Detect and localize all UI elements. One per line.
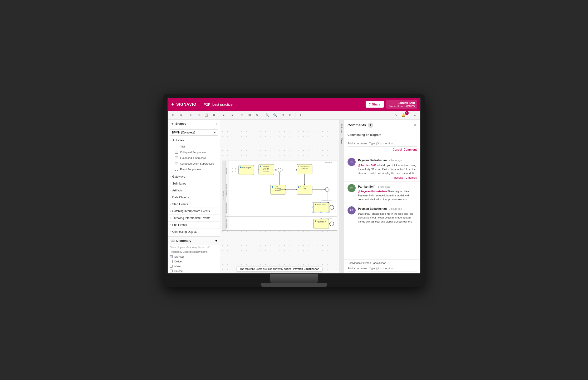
dictionary-header[interactable]: 📖 Dictionary ▾ <box>168 237 220 245</box>
toolbar-text-btn[interactable]: T <box>297 112 304 118</box>
comment-text-2: @Peyman Badakhshan That's a good idea Pe… <box>358 190 417 201</box>
toolbar-zoom-fit-btn[interactable]: ⊡ <box>279 112 286 118</box>
user-menu[interactable]: Parnian Seifi Product Leads (ONLY) <box>386 100 417 109</box>
toolbar-zoom-in-btn[interactable]: 🔍 <box>264 112 271 118</box>
toolbar-delete-btn[interactable]: 🗑 <box>210 112 217 118</box>
comment-resolve-row-1: Resolve 2 Replies <box>358 176 417 179</box>
shape-item-task[interactable]: Task <box>173 144 220 149</box>
toolbar-undo-btn[interactable]: ↩ <box>221 112 227 118</box>
dictionary-search[interactable]: Searching for dictionary items... ⊟ <box>168 245 220 250</box>
close-comments-button[interactable]: ✕ <box>414 123 417 127</box>
toolbar-expand-btn[interactable]: ▷ <box>393 112 399 118</box>
dictionary-subtitle: Frequently used dictionary items <box>168 250 220 254</box>
category-data-objects: › Data Objects <box>168 194 220 201</box>
bpmn-diagram-svg: ERP System Purchaser Purchaser Purchasin… <box>220 120 339 273</box>
make-checkbox[interactable] <box>170 265 173 268</box>
svg-text:Purchase: Purchase <box>264 168 269 169</box>
comments-list: PB Peyman Badakhshan 4 hours ago ⋮ @Parn <box>344 154 420 259</box>
post-comment-button[interactable]: Comment <box>404 148 417 151</box>
svg-text:Release: Release <box>276 186 280 188</box>
shape-item-collapsed-subprocess[interactable]: Collapsed Subprocess <box>173 149 220 155</box>
comment-item-3: PB Peyman Badakhshan 3 hours ago ⋮ thats… <box>344 204 420 226</box>
category-swimlanes-header[interactable]: › Swimlanes <box>168 180 220 187</box>
dictionary-icon: 📖 <box>171 239 175 243</box>
replying-to-label: Replying to Peyman Badakhshan <box>348 262 417 264</box>
share-icon: ⤴ <box>369 103 371 106</box>
commenter-name-3: Peyman Badakhshan <box>358 207 387 210</box>
category-throwing-intermediate-label: Throwing Intermediate Events <box>172 216 210 220</box>
bpmn-type-select[interactable]: BPMN (Complete) <box>170 130 218 136</box>
dict-item-sap-sd[interactable]: SAP SD <box>168 254 220 259</box>
deliver-checkbox[interactable] <box>170 260 173 263</box>
share-button[interactable]: ⤴ Share <box>366 101 384 108</box>
svg-rect-77 <box>329 212 330 212</box>
comment-text-3: thats great, please keep me in the loop … <box>358 212 417 224</box>
category-data-objects-header[interactable]: › Data Objects <box>168 194 220 201</box>
svg-text:×: × <box>279 169 280 171</box>
comment-input-field[interactable] <box>348 141 417 147</box>
avatar-pb-3: PB <box>348 206 356 214</box>
resolve-button-1[interactable]: Resolve <box>394 176 403 179</box>
category-activities-header[interactable]: ▾ Activities <box>168 137 220 144</box>
dict-item-deliver[interactable]: Deliver <box>168 259 220 264</box>
toolbar-redo-btn[interactable]: ↪ <box>228 112 235 118</box>
category-start-events-label: Start Events <box>172 203 188 206</box>
shape-item-event-subprocess[interactable]: Event Subprocess <box>173 167 220 172</box>
source-checkbox[interactable] <box>170 269 173 272</box>
chevron-right-icon-6: › <box>170 210 171 212</box>
svg-text:Check My: Check My <box>263 166 269 167</box>
category-connecting-objects-header[interactable]: › Connecting Objects <box>168 228 220 235</box>
category-start-events: › Start Events <box>168 201 220 208</box>
category-artifacts-header[interactable]: › Artifacts <box>168 187 220 194</box>
shape-item-expanded-subprocess[interactable]: Expanded subprocess <box>173 155 220 161</box>
replies-button-1[interactable]: 2 Replies <box>406 176 417 179</box>
comment-meta-3: Peyman Badakhshan 3 hours ago ⋮ <box>358 206 417 211</box>
canvas-area[interactable]: ERP System Purchaser Purchaser Purchasin… <box>220 120 339 273</box>
category-connecting-objects-label: Connecting Objects <box>172 230 197 233</box>
dict-item-source[interactable]: Source <box>168 269 220 273</box>
commenter-name-1: Peyman Badakhshan <box>358 159 387 162</box>
toolbar-copy-btn[interactable]: ⎘ <box>195 112 202 118</box>
chevron-right-icon: › <box>170 175 171 178</box>
category-data-objects-label: Data Objects <box>172 196 189 199</box>
dict-item-make[interactable]: Make <box>168 264 220 269</box>
toolbar-select-btn[interactable]: ⊞ <box>170 112 176 118</box>
views-tab[interactable]: Views <box>339 136 343 147</box>
toolbar-print-btn[interactable]: 🖨 <box>177 112 184 118</box>
diagram-title: P2P_best practice <box>204 102 363 106</box>
toolbar-layout-btn[interactable]: ⊟ <box>239 112 245 118</box>
toolbar-align-btn[interactable]: ⊠ <box>254 112 260 118</box>
comment-more-icon-1[interactable]: ⋮ <box>413 158 417 162</box>
svg-point-18 <box>232 168 236 172</box>
toolbar-zoom-out-btn[interactable]: 🔍 <box>272 112 278 118</box>
category-gateways-header[interactable]: › Gateways <box>168 173 220 180</box>
toolbar-grid-btn[interactable]: ⊞ <box>246 112 253 118</box>
category-start-events-header[interactable]: › Start Events <box>168 201 220 208</box>
svg-text:Warehouse Clerk: Warehouse Clerk <box>226 202 227 213</box>
toolbar-cut-btn[interactable]: ✂ <box>188 112 194 118</box>
monitor-stand <box>270 274 318 283</box>
svg-text:Receive Goods: Receive Goods <box>316 204 326 206</box>
top-bar: ✦ SIGNAVIO P2P_best practice ⤴ Share Par… <box>168 98 420 111</box>
comment-time-2: 3 hours ago <box>378 186 390 188</box>
category-throwing-intermediate-header[interactable]: › Throwing Intermediate Events <box>168 215 220 221</box>
main-layout: ＋ Shapes « BPMN (Complete) ▾ Activities <box>168 120 420 273</box>
toolbar-collapse-right-btn[interactable]: » <box>412 112 418 118</box>
shape-item-collapsed-event-subprocess[interactable]: Collapsed Event-Subprocess <box>173 161 220 167</box>
comment-more-icon-3[interactable]: ⋮ <box>413 206 417 211</box>
svg-rect-74 <box>313 202 314 203</box>
svg-rect-72 <box>321 202 322 203</box>
reply-input-field[interactable] <box>348 266 417 271</box>
category-catching-intermediate-header[interactable]: › Catching Intermediate Events <box>168 208 220 214</box>
svg-text:👤: 👤 <box>298 186 300 188</box>
panel-collapse-button[interactable]: « <box>215 122 217 126</box>
comment-more-icon-2[interactable]: ⋮ <box>413 184 417 189</box>
toolbar-paste-btn[interactable]: 📋 <box>203 112 210 118</box>
status-bar: The following users are also currently e… <box>237 266 322 271</box>
category-end-events-header[interactable]: › End Events <box>168 222 220 228</box>
toolbar-zoom-reset-btn[interactable]: ⊙ <box>287 112 294 118</box>
svg-text:Create Purchase: Create Purchase <box>300 166 310 167</box>
svg-text:AP Accountant: AP Accountant <box>323 217 332 219</box>
cancel-comment-button[interactable]: Cancel <box>393 148 401 151</box>
attributes-tab[interactable]: Attributes <box>339 122 343 135</box>
